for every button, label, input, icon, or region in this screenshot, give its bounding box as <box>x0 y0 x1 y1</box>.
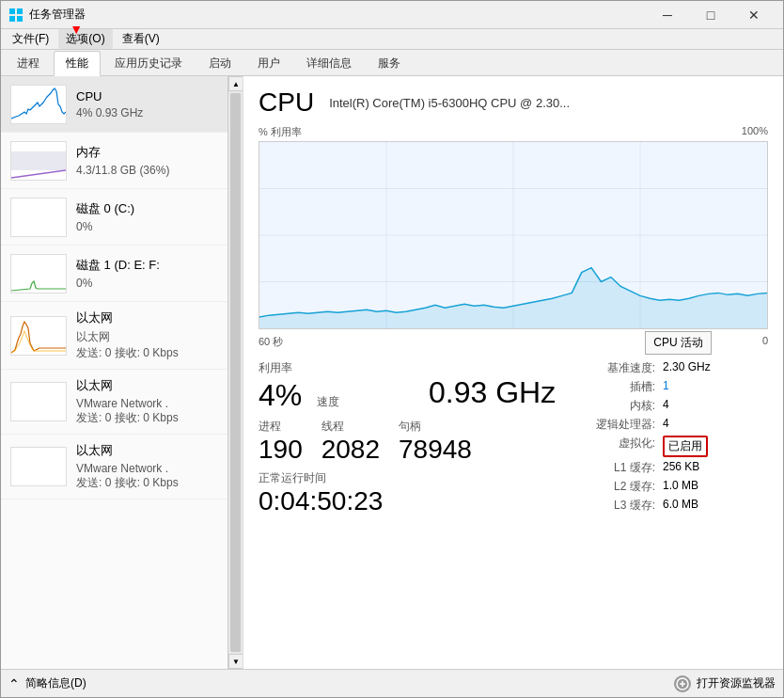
sidebar-item-cpu[interactable]: CPU 4% 0.93 GHz <box>1 76 227 133</box>
sidebar-scroll-area[interactable]: CPU 4% 0.93 GHz <box>1 76 227 669</box>
cpu-activity-tooltip: CPU 活动 <box>645 331 712 355</box>
sidebar-item-memory[interactable]: 内存 4.3/11.8 GB (36%) <box>1 133 227 189</box>
process-value: 190 <box>259 435 303 465</box>
stats-area: 利用率 4% 速度 0.93 GHz <box>259 360 768 516</box>
open-monitor-label: 打开资源监视器 <box>697 675 776 691</box>
menu-file[interactable]: 文件(F) <box>5 29 56 49</box>
monitor-icon <box>674 675 691 692</box>
stat-speed: 0.93 GHz <box>429 360 571 413</box>
memory-sidebar-stat: 4.3/11.8 GB (36%) <box>76 164 218 177</box>
stat-process: 进程 190 <box>259 419 303 465</box>
brief-info-button[interactable]: ⌃ 简略信息(D) <box>8 675 86 691</box>
cores-value: 4 <box>663 398 669 414</box>
ethernet2-sidebar-stat: 发送: 0 接收: 0 Kbps <box>76 410 218 426</box>
main-content: CPU 4% 0.93 GHz <box>1 76 783 669</box>
ethernet1-sidebar-sub: 以太网 <box>76 329 218 345</box>
red-arrow-indicator: ▼ <box>70 22 83 37</box>
tab-process[interactable]: 进程 <box>5 51 52 75</box>
left-stats: 利用率 4% 速度 0.93 GHz <box>259 360 571 516</box>
brief-info-label: 简略信息(D) <box>25 675 86 691</box>
scrollbar-thumb[interactable] <box>230 93 241 652</box>
handle-label: 句柄 <box>399 419 472 435</box>
tab-startup[interactable]: 启动 <box>196 51 243 75</box>
l1-label: L1 缓存: <box>571 460 655 476</box>
tabs-bar: 进程 性能 应用历史记录 启动 用户 详细信息 服务 <box>1 50 783 76</box>
tab-users[interactable]: 用户 <box>245 51 292 75</box>
sidebar: CPU 4% 0.93 GHz <box>1 76 243 669</box>
info-logical: 逻辑处理器: 4 <box>571 417 768 433</box>
sidebar-scrollbar[interactable]: ▲ ▼ <box>227 76 243 669</box>
svg-rect-6 <box>11 151 66 170</box>
open-monitor-button[interactable]: 打开资源监视器 <box>674 675 776 692</box>
virtual-label: 虚拟化: <box>571 436 655 457</box>
stat-uptime: 正常运行时间 0:04:50:23 <box>259 470 571 516</box>
sidebar-container: CPU 4% 0.93 GHz <box>1 76 243 669</box>
ethernet1-sidebar-info: 以太网 以太网 发送: 0 接收: 0 Kbps <box>76 309 218 361</box>
usage-value: 4% <box>259 378 302 413</box>
svg-rect-2 <box>9 16 15 22</box>
info-l2: L2 缓存: 1.0 MB <box>571 479 768 495</box>
right-panel: CPU Intel(R) Core(TM) i5-6300HQ CPU @ 2.… <box>243 76 783 669</box>
process-label: 进程 <box>259 419 303 435</box>
ethernet1-thumbnail <box>10 316 67 356</box>
info-virtual: 虚拟化: 已启用 <box>571 436 768 457</box>
sidebar-item-ethernet3[interactable]: 以太网 VMware Network . 发送: 0 接收: 0 Kbps <box>1 435 227 500</box>
cpu-thumbnail <box>10 85 67 124</box>
memory-thumbnail <box>10 141 67 181</box>
speed-label2 <box>429 360 571 373</box>
stat-handle: 句柄 78948 <box>399 419 472 465</box>
menu-bar: 文件(F) 选项(O) ▼ 查看(V) <box>1 29 783 50</box>
svg-rect-1 <box>17 8 23 14</box>
l2-value: 1.0 MB <box>663 479 698 495</box>
svg-rect-7 <box>11 198 66 236</box>
disk0-sidebar-info: 磁盘 0 (C:) 0% <box>76 200 218 233</box>
tab-details[interactable]: 详细信息 <box>294 51 364 75</box>
disk0-thumbnail <box>10 198 67 237</box>
window-title: 任务管理器 <box>29 7 646 23</box>
cpu-header: CPU Intel(R) Core(TM) i5-6300HQ CPU @ 2.… <box>259 87 768 118</box>
ethernet1-sidebar-stat: 发送: 0 接收: 0 Kbps <box>76 345 218 361</box>
chart-footer: 60 秒 CPU 活动 0 <box>259 335 768 349</box>
virtual-value: 已启用 <box>663 436 708 457</box>
ethernet2-sidebar-info: 以太网 VMware Network . 发送: 0 接收: 0 Kbps <box>76 377 218 426</box>
menu-view[interactable]: 查看(V) <box>115 29 167 49</box>
right-info: 基准速度: 2.30 GHz 插槽: 1 内核: 4 逻辑处理器: 4 <box>571 360 768 516</box>
sidebar-item-disk0[interactable]: 磁盘 0 (C:) 0% <box>1 189 227 246</box>
scroll-up-arrow[interactable]: ▲ <box>228 76 243 91</box>
sidebar-item-ethernet2[interactable]: 以太网 VMware Network . 发送: 0 接收: 0 Kbps <box>1 370 227 435</box>
chevron-up-icon: ⌃ <box>8 676 20 691</box>
chart-labels: % 利用率 100% <box>259 125 768 139</box>
cpu-chart <box>259 141 768 329</box>
svg-rect-10 <box>11 383 66 420</box>
chart-label-left: % 利用率 <box>259 125 302 139</box>
title-bar: 任务管理器 ─ □ ✕ <box>1 1 783 29</box>
tab-app-history[interactable]: 应用历史记录 <box>102 51 195 75</box>
chart-footer-left: 60 秒 <box>259 335 283 349</box>
sidebar-item-ethernet1[interactable]: 以太网 以太网 发送: 0 接收: 0 Kbps <box>1 302 227 370</box>
close-button[interactable]: ✕ <box>732 1 776 29</box>
speed-label: 速度 <box>317 394 339 410</box>
logical-value: 4 <box>663 417 669 433</box>
menu-options[interactable]: 选项(O) ▼ <box>58 29 112 49</box>
ethernet3-thumbnail <box>10 447 67 486</box>
cores-label: 内核: <box>571 398 655 414</box>
tab-performance[interactable]: 性能 <box>54 51 101 76</box>
disk1-sidebar-info: 磁盘 1 (D: E: F: 0% <box>76 257 218 290</box>
usage-label: 利用率 <box>259 360 400 376</box>
ethernet3-sidebar-stat: 发送: 0 接收: 0 Kbps <box>76 475 218 491</box>
stat-usage: 利用率 4% 速度 <box>259 360 400 413</box>
sidebar-item-disk1[interactable]: 磁盘 1 (D: E: F: 0% <box>1 246 227 302</box>
chart-label-right: 100% <box>742 125 768 139</box>
base-speed-value: 2.30 GHz <box>663 360 711 376</box>
l1-value: 256 KB <box>663 460 699 476</box>
chart-footer-right: 0 <box>762 335 768 349</box>
tab-services[interactable]: 服务 <box>366 51 413 75</box>
svg-rect-11 <box>11 448 66 485</box>
info-cores: 内核: 4 <box>571 398 768 414</box>
disk1-thumbnail <box>10 254 67 293</box>
maximize-button[interactable]: □ <box>689 1 732 29</box>
ethernet3-sidebar-sub: VMware Network . <box>76 462 218 475</box>
scroll-down-arrow[interactable]: ▼ <box>228 654 243 669</box>
minimize-button[interactable]: ─ <box>646 1 689 29</box>
memory-sidebar-info: 内存 4.3/11.8 GB (36%) <box>76 144 218 177</box>
